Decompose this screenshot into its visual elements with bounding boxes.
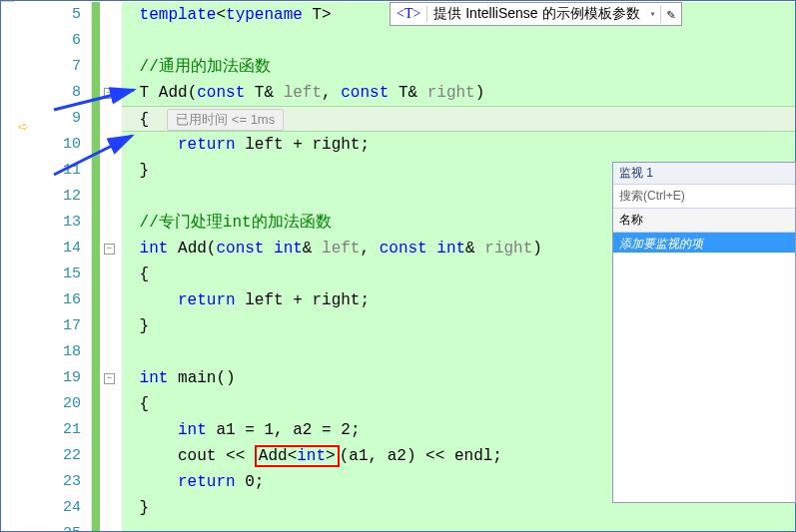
watch-add-placeholder[interactable]: 添加要监视的项 bbox=[613, 233, 795, 253]
fold-margin: − − − bbox=[100, 2, 122, 532]
execution-pointer-icon: ➪ bbox=[18, 116, 29, 138]
line-number[interactable]: 7 bbox=[46, 54, 91, 80]
line-number[interactable]: 18 bbox=[46, 339, 91, 365]
code-line bbox=[122, 521, 796, 532]
line-number[interactable]: 19 bbox=[46, 365, 91, 391]
template-param-label: <T> bbox=[391, 6, 427, 22]
watch-panel-title[interactable]: 监视 1 bbox=[613, 163, 795, 185]
line-number[interactable]: 10 bbox=[46, 132, 91, 158]
watch-search-input[interactable]: 搜索(Ctrl+E) bbox=[613, 185, 795, 209]
line-number[interactable]: 8 bbox=[46, 80, 91, 106]
code-line bbox=[122, 28, 796, 54]
code-line: //通用的加法函数 bbox=[122, 54, 796, 80]
highlighted-call: Add<int> bbox=[255, 445, 340, 467]
fold-toggle-icon[interactable]: − bbox=[104, 373, 115, 384]
line-number-gutter: 5 6 7 8 9 10 11 12 13 14 15 16 17 18 19 … bbox=[46, 2, 92, 532]
watch-panel: 监视 1 搜索(Ctrl+E) 名称 添加要监视的项 bbox=[612, 162, 796, 503]
line-number[interactable]: 20 bbox=[46, 391, 91, 417]
watch-body[interactable] bbox=[613, 253, 795, 502]
indicator-margin: ➪ bbox=[0, 2, 46, 532]
line-number[interactable]: 15 bbox=[46, 262, 91, 287]
line-number[interactable]: 21 bbox=[46, 417, 91, 443]
line-number[interactable]: 11 bbox=[46, 158, 91, 184]
line-number[interactable]: 25 bbox=[46, 521, 91, 532]
line-number[interactable]: 13 bbox=[46, 210, 91, 236]
dropdown-icon[interactable]: ▾ bbox=[646, 8, 660, 20]
watch-column-name[interactable]: 名称 bbox=[613, 209, 795, 233]
intellisense-label: 提供 IntelliSense 的示例模板参数 bbox=[427, 5, 645, 23]
code-line: T Add(const T& left, const T& right) bbox=[122, 80, 796, 106]
line-number[interactable]: 23 bbox=[46, 469, 91, 495]
line-number[interactable]: 9 bbox=[46, 106, 91, 132]
line-number[interactable]: 24 bbox=[46, 495, 91, 521]
line-number[interactable]: 12 bbox=[46, 184, 91, 210]
line-number[interactable]: 6 bbox=[46, 28, 91, 54]
intellisense-template-bar[interactable]: <T> 提供 IntelliSense 的示例模板参数 ▾ ✎ bbox=[390, 2, 682, 26]
code-line: return left + right; bbox=[122, 132, 796, 158]
fold-toggle-icon[interactable]: − bbox=[104, 244, 115, 255]
line-number[interactable]: 17 bbox=[46, 313, 91, 339]
elapsed-time-badge[interactable]: 已用时间 <= 1ms bbox=[167, 109, 284, 131]
fold-toggle-icon[interactable]: − bbox=[104, 88, 115, 99]
line-number[interactable]: 5 bbox=[46, 2, 91, 28]
change-indicator-bar bbox=[92, 2, 100, 532]
line-number[interactable]: 22 bbox=[46, 443, 91, 469]
edit-icon[interactable]: ✎ bbox=[660, 6, 681, 23]
line-number[interactable]: 14 bbox=[46, 236, 91, 262]
code-line-current: {已用时间 <= 1ms bbox=[122, 106, 796, 132]
line-number[interactable]: 16 bbox=[46, 287, 91, 313]
